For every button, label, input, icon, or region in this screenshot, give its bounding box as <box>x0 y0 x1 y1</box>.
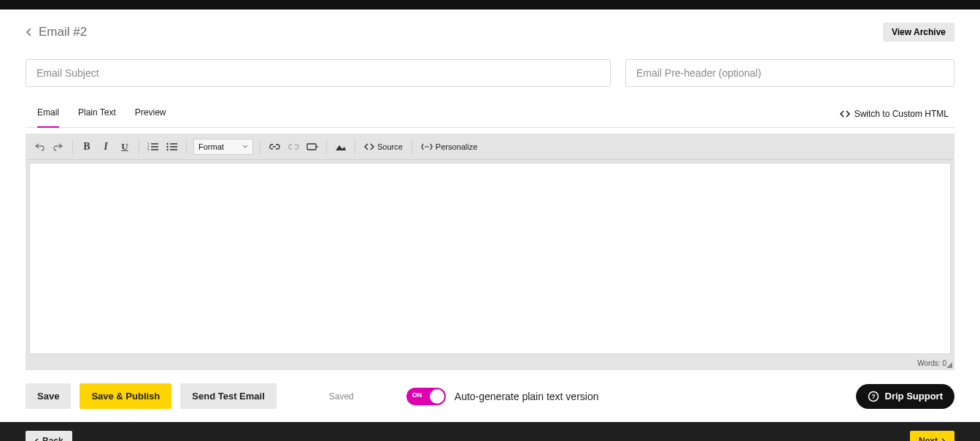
back-to-list[interactable]: Email #2 <box>26 25 87 39</box>
word-count: Words: 0 <box>26 357 954 369</box>
bottom-bar: Back Next <box>0 422 980 441</box>
actions-row: Save Save & Publish Send Test Email Save… <box>26 370 954 422</box>
caret-down-icon <box>242 145 248 149</box>
format-label: Format <box>198 142 224 151</box>
anchor-button[interactable] <box>305 139 320 154</box>
unlink-button[interactable] <box>286 139 301 154</box>
preheader-field-wrap <box>625 59 954 87</box>
tabs-row: Email Plain Text Preview Switch to Custo… <box>26 100 954 128</box>
email-subject-input[interactable] <box>26 59 611 87</box>
editor-tabs: Email Plain Text Preview <box>26 100 166 127</box>
tab-preview[interactable]: Preview <box>135 100 166 128</box>
toolbar-separator <box>72 139 73 154</box>
svg-text:3: 3 <box>147 147 150 151</box>
send-test-button[interactable]: Send Test Email <box>180 383 276 409</box>
help-icon: ? <box>868 391 879 402</box>
svg-point-3 <box>166 143 168 145</box>
drip-support-button[interactable]: ? Drip Support <box>856 384 954 409</box>
code-icon <box>840 110 850 118</box>
source-button[interactable]: Source <box>362 142 405 151</box>
chevron-left-icon <box>26 28 33 37</box>
link-button[interactable] <box>267 139 282 154</box>
ordered-list-button[interactable]: 123 <box>146 139 161 154</box>
personalize-button[interactable]: Personalize <box>419 142 479 151</box>
toggle-knob <box>430 389 444 404</box>
chevron-right-icon <box>941 438 946 442</box>
toolbar-separator <box>186 139 187 154</box>
toolbar-separator <box>355 139 355 154</box>
editor-canvas[interactable] <box>29 163 951 354</box>
back-button[interactable]: Back <box>26 431 72 441</box>
svg-text:?: ? <box>871 393 876 400</box>
editor-toolbar: B I U 123 Format <box>26 134 954 160</box>
page-content: Email #2 View Archive Email Plain Text P… <box>0 9 980 422</box>
next-button[interactable]: Next <box>910 431 954 441</box>
svg-point-8 <box>426 146 428 147</box>
email-preheader-input[interactable] <box>625 59 954 87</box>
italic-button[interactable]: I <box>99 139 113 154</box>
format-dropdown[interactable]: Format <box>193 139 253 155</box>
save-publish-button[interactable]: Save & Publish <box>80 383 171 409</box>
svg-point-7 <box>425 146 426 147</box>
tab-plain-text[interactable]: Plain Text <box>78 100 116 128</box>
toolbar-separator <box>412 139 412 154</box>
page-title: Email #2 <box>39 25 87 39</box>
svg-point-5 <box>166 149 168 150</box>
tab-email[interactable]: Email <box>37 100 59 128</box>
switch-html-label: Switch to Custom HTML <box>854 109 949 119</box>
title-row: Email #2 View Archive <box>26 23 954 42</box>
view-archive-button[interactable]: View Archive <box>883 23 954 42</box>
chevron-left-icon <box>34 438 39 442</box>
svg-rect-6 <box>307 144 316 150</box>
image-button[interactable] <box>333 139 348 154</box>
svg-point-9 <box>428 146 429 147</box>
switch-custom-html-link[interactable]: Switch to Custom HTML <box>840 109 954 119</box>
auto-plaintext-toggle-wrap: ON Auto-generate plain text version <box>406 388 599 405</box>
save-button[interactable]: Save <box>26 383 71 409</box>
subject-field-wrap <box>26 59 611 87</box>
toggle-on-text: ON <box>412 391 423 399</box>
personalize-label: Personalize <box>436 142 477 151</box>
rich-text-editor: B I U 123 Format <box>26 134 954 370</box>
resize-handle[interactable] <box>946 362 952 368</box>
bold-button[interactable]: B <box>80 139 94 154</box>
inputs-row <box>26 59 954 87</box>
saved-indicator: Saved <box>329 391 354 402</box>
auto-plaintext-label: Auto-generate plain text version <box>455 391 599 402</box>
unordered-list-button[interactable] <box>165 139 180 154</box>
underline-button[interactable]: U <box>117 139 132 154</box>
top-nav-bar <box>0 0 980 9</box>
support-label: Drip Support <box>885 391 943 402</box>
back-label: Back <box>42 436 63 441</box>
undo-button[interactable] <box>32 139 47 154</box>
auto-plaintext-toggle[interactable]: ON <box>406 388 446 405</box>
toolbar-separator <box>326 139 327 154</box>
next-label: Next <box>919 436 938 441</box>
toolbar-separator <box>139 139 139 154</box>
svg-point-4 <box>166 146 168 147</box>
source-label: Source <box>377 142 403 151</box>
toolbar-separator <box>260 139 261 154</box>
words-label: Words: <box>917 359 942 367</box>
redo-button[interactable] <box>51 139 66 154</box>
